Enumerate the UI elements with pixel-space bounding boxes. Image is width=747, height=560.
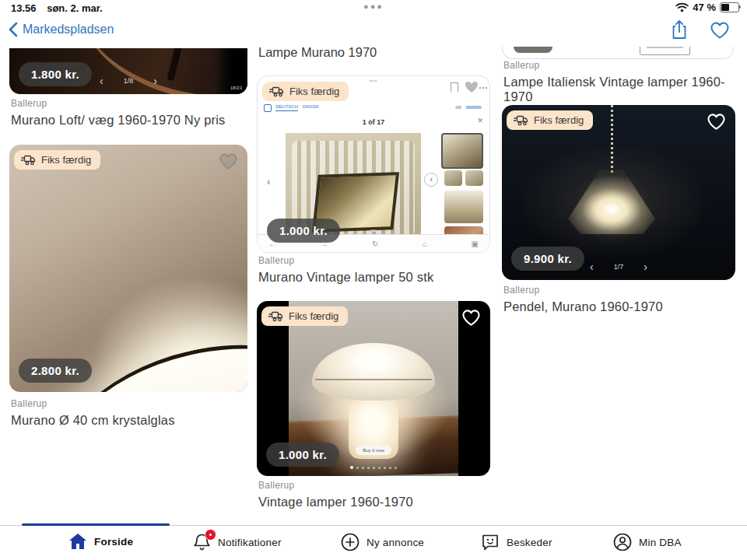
listing-card-murano-50stk[interactable]: ••• ••• DEUTSCH DANSK 1 of 17 bbox=[257, 75, 490, 253]
embed-next-icon bbox=[424, 173, 438, 187]
home-icon: ⌂ bbox=[423, 240, 427, 248]
close-icon bbox=[477, 117, 483, 124]
price-badge: 2.800 kr. bbox=[19, 359, 92, 383]
embed-header-marks bbox=[455, 106, 482, 109]
embed-prev-icon bbox=[267, 176, 270, 187]
listing-location: Ballerup bbox=[258, 480, 490, 491]
tab-beskeder[interactable]: Beskeder bbox=[481, 533, 552, 551]
fiks-faerdig-badge: Fiks færdig bbox=[261, 306, 348, 326]
reload-icon: ↻ bbox=[372, 240, 378, 248]
battery-percent: 47 % bbox=[693, 2, 716, 13]
listing-title: Pendel, Murano 1960-1970 bbox=[503, 299, 735, 314]
tab-forside[interactable]: Forside bbox=[68, 533, 133, 550]
translate-icon bbox=[264, 104, 272, 112]
notification-badge bbox=[205, 529, 216, 541]
home-icon bbox=[68, 533, 87, 550]
badge-label: Fiks færdig bbox=[41, 154, 91, 166]
photo-next-icon[interactable] bbox=[153, 77, 157, 85]
active-tab-indicator bbox=[22, 523, 170, 526]
listing-card-murano-krystalglas[interactable]: Fiks færdig 2.800 kr. bbox=[9, 145, 247, 392]
listing-meta[interactable]: Ballerup Pendel, Murano 1960-1970 bbox=[503, 285, 735, 314]
fiks-faerdig-badge: Fiks færdig bbox=[262, 82, 349, 101]
badge-label: Fiks færdig bbox=[289, 86, 339, 97]
wifi-icon bbox=[675, 2, 689, 12]
listing-meta[interactable]: Ballerup Lampe Italiensk Vintage lamper … bbox=[503, 60, 735, 104]
listing-title: Murano Vintage lamper 50 stk bbox=[258, 270, 490, 285]
listing-title-partial[interactable]: Lampe Murano 1970 bbox=[258, 45, 377, 60]
column-3: Ballerup Lampe Italiensk Vintage lamper … bbox=[502, 47, 735, 526]
listing-title: Vintage lamper 1960-1970 bbox=[258, 495, 490, 509]
embed-thumbnail bbox=[444, 170, 462, 186]
nav-bar: Markedspladsen bbox=[0, 16, 747, 47]
listing-meta[interactable]: Ballerup Murano Vintage lamper 50 stk bbox=[258, 255, 490, 285]
photo-next-icon[interactable] bbox=[644, 263, 647, 271]
gray-heart-icon bbox=[463, 79, 480, 95]
tab-label: Ny annonce bbox=[366, 537, 424, 548]
embed-tab-deutsch: DEUTSCH bbox=[275, 104, 298, 111]
tab-label: Forside bbox=[94, 536, 133, 548]
listing-title: Murano Loft/ væg 1960-1970 Ny pris bbox=[11, 113, 247, 128]
more-dots-icon: ••• bbox=[479, 84, 488, 91]
outlined-button-partial bbox=[640, 47, 690, 55]
favorite-heart-icon[interactable] bbox=[219, 152, 238, 170]
listing-meta[interactable]: Ballerup Murano Ø 40 cm krystalglas bbox=[11, 398, 247, 428]
profile-icon bbox=[613, 533, 632, 551]
buy-it-now-pill: Buy it now bbox=[356, 446, 391, 455]
battery-icon bbox=[720, 2, 739, 12]
listing-location: Ballerup bbox=[258, 255, 490, 266]
delivery-truck-icon bbox=[514, 115, 528, 126]
photo-dots-indicator bbox=[257, 467, 490, 470]
price-badge: 1.000 kr. bbox=[267, 219, 340, 243]
listing-location: Ballerup bbox=[503, 285, 735, 296]
embed-thumbnail bbox=[441, 133, 483, 169]
tab-min-dba[interactable]: Min DBA bbox=[613, 533, 682, 551]
listing-card-partial[interactable] bbox=[502, 47, 734, 59]
embed-photo-counter: 1 of 17 bbox=[258, 118, 489, 126]
bulb-glow bbox=[601, 201, 622, 217]
lamp-chain bbox=[611, 105, 613, 173]
column-2: Lampe Murano 1970 ••• ••• DEUTSCH DANSK … bbox=[257, 47, 490, 526]
bottom-tab-bar: Forside Notifikationer Ny annonce Besked… bbox=[0, 525, 747, 560]
multitask-indicator-icon: ●●● bbox=[0, 2, 747, 11]
embed-tab-dansk: DANSK bbox=[303, 104, 319, 109]
listing-location: Ballerup bbox=[11, 98, 247, 109]
listing-card-pendel-murano[interactable]: Fiks færdig 9.900 kr. 1/7 bbox=[502, 105, 735, 280]
fiks-faerdig-badge: Fiks færdig bbox=[507, 110, 593, 130]
tab-label: Beskeder bbox=[507, 537, 552, 548]
delivery-truck-icon bbox=[269, 86, 284, 97]
embed-thumbnail bbox=[465, 170, 483, 186]
price-badge: 1.000 kr. bbox=[266, 443, 339, 467]
listing-location: Ballerup bbox=[503, 60, 735, 71]
photo-counter: 1/8 bbox=[124, 77, 134, 85]
listing-card-murano-loft[interactable]: 1.800 kr. 1/8 18/23 bbox=[9, 48, 247, 94]
photo-index-counter: 18/23 bbox=[230, 86, 242, 90]
photo-prev-icon[interactable] bbox=[590, 263, 594, 271]
listing-card-vintage-lamper[interactable]: Fiks færdig Buy it now 1.000 kr. bbox=[257, 301, 490, 476]
listing-title: Lampe Italiensk Vintage lamper 1960-1970 bbox=[503, 75, 735, 104]
share-button[interactable] bbox=[671, 19, 688, 40]
tabs-icon: ▣ bbox=[472, 240, 479, 248]
photo-prev-icon[interactable] bbox=[100, 77, 103, 85]
tab-ny-annonce[interactable]: Ny annonce bbox=[341, 533, 424, 551]
delivery-truck-icon bbox=[21, 155, 36, 166]
results-grid: 1.800 kr. 1/8 18/23 Ballerup Murano Loft… bbox=[0, 47, 747, 526]
price-badge-partial bbox=[514, 47, 552, 53]
tab-notifikationer[interactable]: Notifikationer bbox=[193, 533, 282, 551]
back-label: Markedspladsen bbox=[23, 23, 114, 37]
column-1: 1.800 kr. 1/8 18/23 Ballerup Murano Loft… bbox=[9, 47, 247, 526]
status-bar: 13.56 søn. 2. mar. ●●● 47 % bbox=[0, 0, 747, 16]
back-button[interactable]: Markedspladsen bbox=[8, 22, 114, 37]
plus-circle-icon bbox=[341, 533, 359, 551]
listing-meta[interactable]: Ballerup Murano Loft/ væg 1960-1970 Ny p… bbox=[11, 98, 247, 128]
favorite-heart-icon[interactable] bbox=[707, 113, 726, 131]
photo-counter: 1/7 bbox=[614, 263, 624, 271]
favorite-heart-icon[interactable] bbox=[461, 309, 481, 327]
favorites-heart-button[interactable] bbox=[710, 21, 730, 40]
embed-thumbnail bbox=[444, 191, 483, 223]
chevron-left-icon bbox=[8, 22, 18, 37]
listing-meta[interactable]: Ballerup Vintage lamper 1960-1970 bbox=[258, 480, 490, 509]
bookmark-icon bbox=[451, 82, 458, 92]
listing-title: Murano Ø 40 cm krystalglas bbox=[11, 413, 247, 428]
fiks-faerdig-badge: Fiks færdig bbox=[14, 150, 100, 170]
chat-smiley-icon bbox=[481, 533, 500, 551]
